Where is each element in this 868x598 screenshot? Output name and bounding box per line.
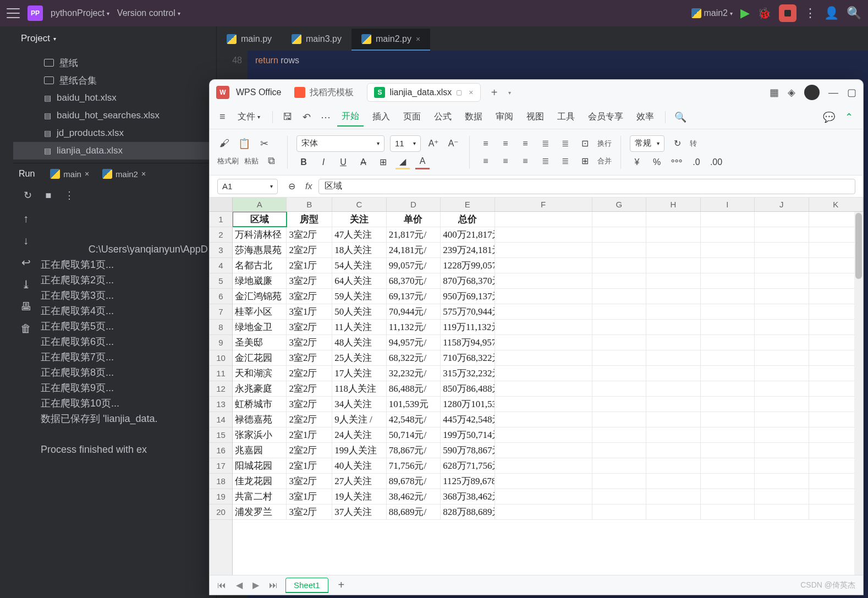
data-tab[interactable]: 数据 — [460, 108, 487, 126]
align-top-icon[interactable]: ≡ — [479, 136, 493, 151]
run-button[interactable]: ▶ — [740, 6, 750, 20]
cell[interactable]: 1280万101,539元/平 — [441, 397, 495, 412]
row-header[interactable]: 16 — [210, 443, 232, 458]
wrap-icon[interactable]: ↩ — [19, 255, 33, 270]
cell[interactable] — [646, 350, 700, 365]
cell[interactable] — [646, 335, 700, 350]
column-header[interactable]: E — [441, 197, 495, 211]
cell[interactable]: 3室2厅 — [287, 504, 332, 519]
cell[interactable] — [495, 397, 592, 412]
search-icon[interactable]: 🔍 — [847, 6, 861, 20]
cell[interactable]: 桂莘小区 — [233, 304, 287, 319]
cell[interactable] — [755, 227, 809, 242]
cell[interactable]: 64人关注 — [332, 273, 386, 288]
indent-inc-icon[interactable]: ≣ — [558, 136, 572, 151]
column-header[interactable]: A — [233, 197, 287, 211]
cell[interactable]: 99,057元/ — [387, 258, 441, 273]
cell[interactable] — [646, 258, 700, 273]
cell[interactable] — [495, 474, 592, 489]
zoom-out-icon[interactable]: ⊖ — [284, 179, 299, 194]
cell[interactable] — [755, 320, 809, 334]
row-header[interactable]: 6 — [210, 289, 232, 304]
cell[interactable]: 42,548元/ — [387, 412, 441, 427]
cell[interactable] — [592, 212, 646, 227]
column-header[interactable]: K — [809, 197, 863, 211]
orient-icon[interactable]: ≣ — [558, 154, 572, 168]
row-header[interactable]: 18 — [210, 474, 232, 489]
add-sheet-button[interactable]: + — [334, 579, 349, 591]
cell[interactable] — [592, 412, 646, 427]
cell[interactable]: 315万32,232元/平 — [441, 366, 495, 381]
wrap-icon[interactable]: ⊡ — [578, 136, 592, 151]
sheet-prev-icon[interactable]: ◀ — [234, 580, 245, 590]
cell[interactable] — [592, 381, 646, 396]
formula-tab[interactable]: 公式 — [430, 108, 456, 126]
cell[interactable]: 2室2厅 — [287, 381, 332, 396]
font-color-button[interactable]: A — [415, 155, 430, 169]
maximize-button[interactable]: ▢ — [847, 86, 856, 98]
cell[interactable]: 50人关注 — [332, 304, 386, 319]
currency-icon[interactable]: ¥ — [630, 155, 644, 169]
cell[interactable]: 368万38,462元/平 — [441, 489, 495, 504]
cell[interactable]: 828万88,689元/平 — [441, 504, 495, 519]
cell[interactable]: 89,678元/ — [387, 474, 441, 489]
cell[interactable]: 628万71,756元/平 — [441, 458, 495, 473]
cell[interactable] — [701, 504, 755, 519]
doc-tab-active[interactable]: Slianjia_data.xlsx▢× — [367, 83, 480, 102]
cell[interactable] — [646, 212, 700, 227]
cell[interactable]: 单价 — [387, 212, 441, 227]
main-menu-icon[interactable] — [7, 8, 20, 18]
cell[interactable]: 万科清林径 — [233, 227, 287, 242]
cell[interactable] — [495, 273, 592, 288]
cell[interactable]: 68,322元/ — [387, 350, 441, 365]
sheet-next-icon[interactable]: ▶ — [250, 580, 261, 590]
font-select[interactable]: 宋体▾ — [296, 135, 384, 152]
cell[interactable] — [495, 320, 592, 334]
page-tab[interactable]: 页面 — [399, 108, 425, 126]
fill-color-button[interactable]: ◢ — [395, 155, 410, 169]
cell[interactable]: 19人关注 — [332, 489, 386, 504]
insert-tab[interactable]: 插入 — [368, 108, 394, 126]
cell[interactable]: 绿地金卫 — [233, 320, 287, 334]
cell[interactable] — [646, 504, 700, 519]
cell[interactable]: 2室1厅 — [287, 458, 332, 473]
cell[interactable]: 1158万94,957元/平 — [441, 335, 495, 350]
cell[interactable] — [755, 243, 809, 257]
cell[interactable] — [701, 335, 755, 350]
copy-icon[interactable]: ⧉ — [264, 154, 278, 168]
cell[interactable]: 870万68,370元/平 — [441, 273, 495, 288]
cell[interactable]: 590万78,867元/平 — [441, 443, 495, 458]
cell[interactable]: 3室1厅 — [287, 304, 332, 319]
editor-tab[interactable]: main2.py× — [351, 29, 430, 51]
search-icon[interactable]: 🔍 — [672, 111, 689, 123]
minimize-button[interactable]: — — [828, 87, 838, 98]
close-icon[interactable]: × — [85, 169, 89, 178]
row-header[interactable]: 10 — [210, 350, 232, 366]
size-select[interactable]: 11▾ — [390, 135, 421, 152]
cell[interactable] — [701, 289, 755, 304]
apps-icon[interactable]: ▦ — [770, 86, 779, 98]
cell[interactable]: 3室2厅 — [287, 289, 332, 304]
cell[interactable] — [592, 258, 646, 273]
cell[interactable] — [646, 227, 700, 242]
cell[interactable] — [755, 273, 809, 288]
cell[interactable] — [701, 458, 755, 473]
cell[interactable]: 25人关注 — [332, 350, 386, 365]
cell[interactable] — [495, 258, 592, 273]
cell[interactable]: 3室2厅 — [287, 273, 332, 288]
cell[interactable] — [495, 289, 592, 304]
cell[interactable]: 1125万89,678元/平 — [441, 474, 495, 489]
cell[interactable]: 239万24,181元/平 — [441, 243, 495, 257]
cell[interactable] — [592, 304, 646, 319]
chat-icon[interactable]: 💬 — [821, 111, 837, 123]
cell[interactable] — [701, 397, 755, 412]
cell[interactable]: 47人关注 — [332, 227, 386, 242]
close-icon[interactable]: × — [416, 35, 420, 43]
tools-tab[interactable]: 工具 — [553, 108, 579, 126]
cell[interactable]: 70,944元/ — [387, 304, 441, 319]
cell[interactable]: 永兆豪庭 — [233, 381, 287, 396]
stop-button[interactable]: ■ — [42, 189, 55, 202]
sheet-tab[interactable]: Sheet1 — [285, 578, 328, 593]
cell[interactable] — [755, 504, 809, 519]
cell[interactable] — [495, 335, 592, 350]
